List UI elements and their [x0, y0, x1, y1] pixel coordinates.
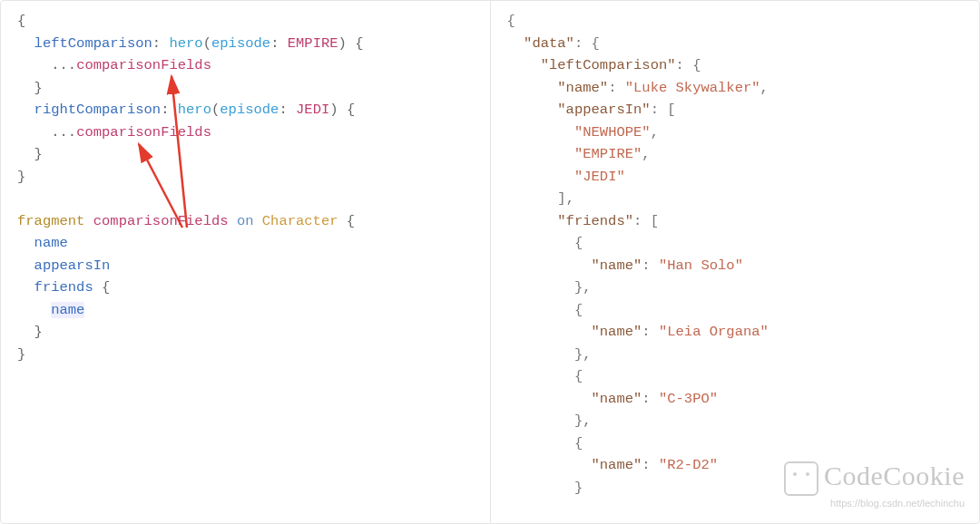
query-code[interactable]: { leftComparison: hero(episode: EMPIRE) … [17, 10, 481, 365]
value-c3po: "C-3PO" [659, 391, 718, 407]
field-hero: hero [169, 35, 202, 52]
key-leftcomparison: "leftComparison" [541, 57, 676, 73]
enum-empire: EMPIRE [288, 35, 338, 52]
key-data: "data" [524, 35, 574, 52]
value-han: "Han Solo" [659, 257, 743, 274]
field-name: name [34, 235, 68, 251]
spread-comparisonfields-2: comparisonFields [76, 124, 211, 141]
value-r2d2: "R2-D2" [659, 457, 718, 473]
response-pane: { "data": { "leftComparison": { "name": … [491, 1, 980, 523]
response-code[interactable]: { "data": { "leftComparison": { "name": … [507, 10, 971, 499]
field-appearsin: appearsIn [34, 257, 111, 274]
value-empire: "EMPIRE" [574, 146, 642, 162]
query-pane: { leftComparison: hero(episode: EMPIRE) … [1, 1, 491, 523]
value-luke: "Luke Skywalker" [625, 80, 760, 96]
arg-episode: episode [211, 35, 270, 52]
field-friends-name: name [51, 302, 84, 318]
enum-jedi: JEDI [296, 102, 329, 118]
fragment-def-name: comparisonFields [93, 213, 229, 229]
alias-left: leftComparison [34, 35, 152, 52]
field-friends: friends [34, 279, 93, 296]
keyword-on: on [237, 213, 254, 229]
spread-comparisonfields-1: comparisonFields [76, 57, 211, 73]
value-newhope: "NEWHOPE" [574, 124, 651, 141]
alias-right: rightComparison [34, 102, 162, 118]
value-leia: "Leia Organa" [659, 324, 769, 340]
value-jedi: "JEDI" [574, 169, 625, 185]
brace: { [17, 13, 25, 29]
keyword-fragment: fragment [17, 213, 84, 229]
code-comparison-panel: { leftComparison: hero(episode: EMPIRE) … [0, 0, 980, 524]
type-character: Character [262, 213, 338, 229]
